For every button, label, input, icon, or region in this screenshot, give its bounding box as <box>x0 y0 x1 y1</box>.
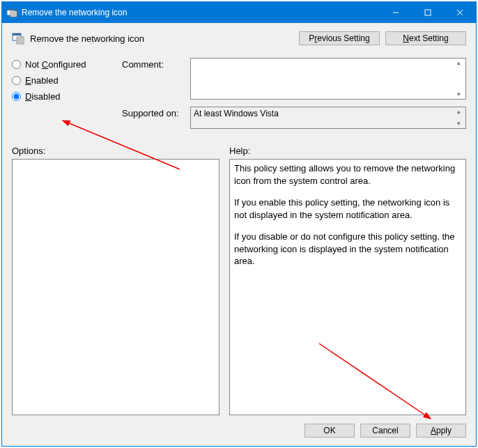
apply-button[interactable]: Apply <box>416 424 466 438</box>
radio-disabled-label: Disabled <box>25 91 61 102</box>
app-icon <box>6 7 17 18</box>
comment-label: Comment: <box>122 58 190 100</box>
radio-not-configured-label: Not Configured <box>25 59 86 70</box>
close-button[interactable] <box>444 2 476 23</box>
client-area: Remove the networking icon Previous Sett… <box>2 23 476 446</box>
help-label: Help: <box>229 146 250 156</box>
radio-enabled[interactable]: Enabled <box>12 75 122 86</box>
options-label: Options: <box>12 146 229 156</box>
policy-dialog-window: Remove the networking icon <box>1 1 477 447</box>
radio-disabled[interactable]: Disabled <box>12 91 122 102</box>
comment-field[interactable]: ▴▾ <box>190 58 466 100</box>
window-title: Remove the networking icon <box>22 8 380 17</box>
next-setting-button[interactable]: Next Setting <box>385 31 466 45</box>
titlebar: Remove the networking icon <box>2 2 476 23</box>
help-panel: This policy setting allows you to remove… <box>229 159 466 415</box>
maximize-button[interactable] <box>412 2 444 23</box>
radio-not-configured[interactable]: Not Configured <box>12 59 122 70</box>
ok-button[interactable]: OK <box>304 424 355 438</box>
minimize-button[interactable] <box>380 2 412 23</box>
help-text-1: This policy setting allows you to remove… <box>234 162 461 187</box>
svg-rect-7 <box>425 10 431 15</box>
previous-setting-button[interactable]: Previous Setting <box>299 31 380 45</box>
help-text-2: If you enable this policy setting, the n… <box>234 196 461 221</box>
help-text-3: If you disable or do not configure this … <box>234 231 461 268</box>
supported-value: At least Windows Vista <box>194 109 279 118</box>
comment-scroll[interactable]: ▴▾ <box>453 60 464 98</box>
cancel-button[interactable]: Cancel <box>360 424 410 438</box>
supported-field: At least Windows Vista ▴▾ <box>190 107 466 129</box>
supported-scroll[interactable]: ▴▾ <box>453 109 464 127</box>
radio-not-configured-input[interactable] <box>12 60 21 69</box>
supported-label: Supported on: <box>122 107 190 129</box>
radio-disabled-input[interactable] <box>12 92 21 101</box>
svg-rect-1 <box>7 9 15 10</box>
options-panel <box>12 159 219 415</box>
radio-enabled-label: Enabled <box>25 75 59 86</box>
policy-name: Remove the networking icon <box>30 33 144 44</box>
svg-rect-11 <box>13 33 21 36</box>
policy-icon <box>12 32 24 45</box>
radio-enabled-input[interactable] <box>12 76 21 85</box>
